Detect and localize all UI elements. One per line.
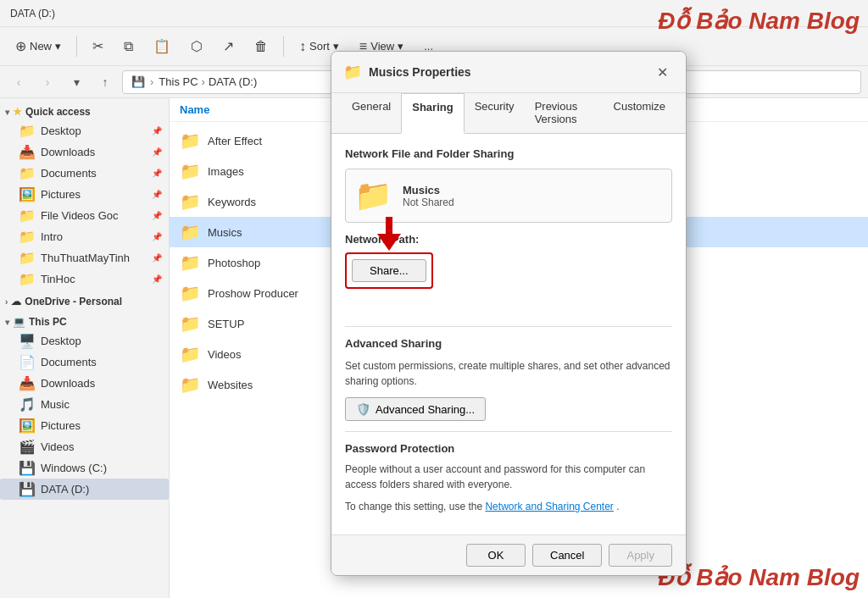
advanced-sharing-button[interactable]: 🛡️ Advanced Sharing... (345, 397, 486, 421)
ok-label: OK (488, 549, 504, 562)
tab-previous-versions-label: Previous Versions (535, 100, 578, 125)
dialog-title-text: Musics Properties (369, 65, 471, 79)
share-info: Musics Not Shared (403, 184, 454, 208)
tab-security[interactable]: Security (465, 93, 525, 134)
dialog-tabs: General Sharing Security Previous Versio… (331, 93, 686, 134)
ok-button[interactable]: OK (466, 544, 526, 567)
advanced-sharing-section: Advanced Sharing Set custom permissions,… (345, 337, 672, 421)
musics-properties-dialog: 📁 Musics Properties ✕ General Sharing Se… (331, 51, 687, 576)
red-arrow-icon (374, 217, 404, 251)
password-section: Password Protection People without a use… (345, 442, 672, 514)
share-button-wrapper: Share... (345, 252, 433, 289)
dialog-body: Network File and Folder Sharing 📁 Musics… (331, 134, 686, 534)
network-sharing-center-link[interactable]: Network and Sharing Center (485, 501, 613, 512)
divider-1 (345, 326, 672, 327)
share-btn-label: Share... (370, 264, 409, 277)
password-desc-3: . (616, 501, 619, 512)
tab-general[interactable]: General (342, 93, 401, 134)
advanced-sharing-btn-label: Advanced Sharing... (376, 403, 475, 416)
password-title: Password Protection (345, 442, 672, 455)
svg-marker-0 (377, 217, 401, 251)
red-arrow-container (374, 217, 404, 253)
network-folder-title: Network File and Folder Sharing (345, 147, 672, 160)
dialog-close-button[interactable]: ✕ (650, 60, 674, 84)
cancel-button[interactable]: Cancel (532, 544, 602, 567)
advanced-sharing-title: Advanced Sharing (345, 337, 672, 350)
network-share-box: 📁 Musics Not Shared (345, 169, 672, 223)
divider-2 (345, 431, 672, 432)
tab-sharing-label: Sharing (412, 101, 453, 114)
dialog-overlay: 📁 Musics Properties ✕ General Sharing Se… (0, 0, 868, 598)
network-folder-icon: 📁 (354, 178, 392, 213)
tab-general-label: General (352, 100, 391, 113)
share-button[interactable]: Share... (352, 259, 426, 282)
apply-label: Apply (626, 549, 654, 562)
password-desc-2: To change this setting, use the Network … (345, 499, 672, 514)
tab-customize[interactable]: Customize (604, 93, 676, 134)
shield-icon: 🛡️ (356, 402, 370, 416)
dialog-footer: OK Cancel Apply (331, 534, 686, 575)
apply-button[interactable]: Apply (609, 544, 672, 567)
share-folder-name: Musics (403, 184, 454, 197)
dialog-titlebar: 📁 Musics Properties ✕ (331, 52, 686, 93)
tab-previous-versions[interactable]: Previous Versions (525, 93, 604, 134)
cancel-label: Cancel (550, 549, 584, 562)
password-desc-2-text: To change this setting, use the (345, 501, 482, 512)
password-desc-1: People without a user account and passwo… (345, 462, 672, 492)
tab-sharing[interactable]: Sharing (401, 93, 464, 134)
dialog-folder-icon: 📁 (343, 63, 362, 81)
share-folder-status: Not Shared (403, 197, 454, 208)
tab-customize-label: Customize (614, 100, 665, 113)
advanced-sharing-desc: Set custom permissions, create multiple … (345, 358, 672, 389)
dialog-title: 📁 Musics Properties (343, 63, 471, 81)
tab-security-label: Security (475, 100, 515, 113)
